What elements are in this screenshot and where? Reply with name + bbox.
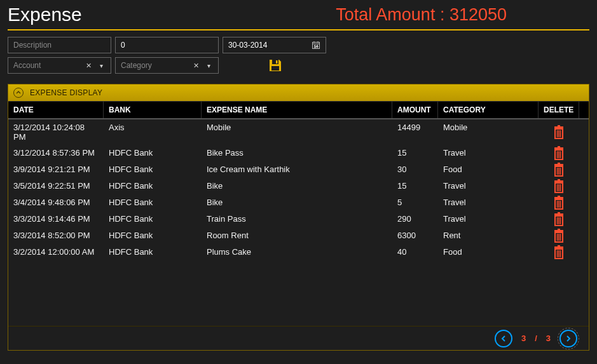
svg-rect-38 <box>554 213 563 215</box>
cell-category: Food <box>438 244 539 260</box>
total-amount-label: Total Amount : 312050 <box>336 5 507 25</box>
cell-category: Rent <box>438 227 539 244</box>
cell-amount: 14499 <box>392 119 438 145</box>
svg-rect-50 <box>554 246 563 248</box>
delete-button[interactable] <box>539 194 579 211</box>
cell-bank: Axis <box>104 119 202 145</box>
page-current: 3 <box>521 334 526 343</box>
delete-button[interactable] <box>539 119 579 145</box>
chevron-down-icon[interactable] <box>97 61 106 70</box>
cell-bank: HDFC Bank <box>104 244 202 260</box>
cell-bank: HDFC Bank <box>104 227 202 244</box>
delete-button[interactable] <box>539 178 579 194</box>
next-page-button[interactable] <box>559 330 577 347</box>
cell-bank: HDFC Bank <box>104 161 202 178</box>
header: Expense Total Amount : 312050 <box>0 0 597 25</box>
chevron-down-icon[interactable] <box>204 61 213 70</box>
col-date[interactable]: DATE <box>8 102 104 118</box>
delete-button[interactable] <box>539 161 579 178</box>
col-amount[interactable]: AMOUNT <box>392 102 438 118</box>
panel-title: EXPENSE DISPLAY <box>30 88 102 97</box>
clear-icon[interactable] <box>191 61 200 70</box>
filter-row-1: 14 <box>0 37 597 57</box>
cell-bank: HDFC Bank <box>104 178 202 194</box>
delete-button[interactable] <box>539 227 579 244</box>
save-button[interactable] <box>267 57 284 74</box>
category-input[interactable] <box>121 61 191 70</box>
cell-category: Travel <box>438 178 539 194</box>
svg-rect-33 <box>558 196 560 197</box>
cell-name: Mobile <box>202 119 392 145</box>
cell-category: Travel <box>438 194 539 211</box>
date-input-wrapper[interactable]: 14 <box>223 37 326 53</box>
cell-amount: 15 <box>392 178 438 194</box>
trash-icon <box>552 245 565 259</box>
cell-spacer <box>579 119 589 145</box>
table-row[interactable]: 3/12/2014 8:57:36 PMHDFC BankBike Pass15… <box>8 145 589 161</box>
table-row[interactable]: 3/9/2014 9:21:21 PMHDFC BankIce Cream wi… <box>8 161 589 178</box>
cell-date: 3/12/2014 8:57:36 PM <box>8 145 104 161</box>
svg-rect-26 <box>554 180 563 182</box>
table-row[interactable]: 3/5/2014 9:22:51 PMHDFC BankBike15Travel <box>8 178 589 194</box>
col-bank[interactable]: BANK <box>104 102 202 118</box>
cell-date: 3/4/2014 9:48:06 PM <box>8 194 104 211</box>
cell-spacer <box>579 161 589 178</box>
delete-button[interactable] <box>539 145 579 161</box>
header-divider <box>8 29 589 30</box>
category-combo[interactable] <box>115 57 219 74</box>
svg-rect-15 <box>558 146 560 147</box>
cell-date: 3/5/2014 9:22:51 PM <box>8 178 104 194</box>
trash-icon <box>552 179 565 193</box>
table-header: DATE BANK EXPENSE NAME AMOUNT CATEGORY D… <box>8 101 589 119</box>
collapse-icon[interactable] <box>13 88 24 98</box>
trash-icon <box>552 212 565 226</box>
cell-bank: HDFC Bank <box>104 145 202 161</box>
cell-name: Ice Cream with Karthik <box>202 161 392 178</box>
table-row[interactable]: 3/3/2014 8:52:00 PMHDFC BankRoom Rent630… <box>8 227 589 244</box>
table-row[interactable]: 3/3/2014 9:14:46 PMHDFC BankTrain Pass29… <box>8 211 589 227</box>
amount-input-wrapper[interactable] <box>115 37 219 53</box>
cell-spacer <box>579 211 589 227</box>
account-combo[interactable] <box>8 57 111 74</box>
cell-category: Travel <box>438 211 539 227</box>
description-input-wrapper[interactable] <box>8 37 111 53</box>
cell-name: Plums Cake <box>202 244 392 260</box>
date-input[interactable] <box>228 41 312 50</box>
trash-icon <box>552 196 565 210</box>
expense-panel: EXPENSE DISPLAY DATE BANK EXPENSE NAME A… <box>8 84 589 351</box>
col-category[interactable]: CATEGORY <box>438 102 539 118</box>
table-row[interactable]: 3/2/2014 12:00:00 AMHDFC BankPlums Cake4… <box>8 244 589 260</box>
clear-icon[interactable] <box>84 61 93 70</box>
amount-input[interactable] <box>121 41 213 50</box>
cell-name: Room Rent <box>202 227 392 244</box>
cell-amount: 30 <box>392 161 438 178</box>
cell-spacer <box>579 145 589 161</box>
calendar-icon[interactable]: 14 <box>312 41 320 50</box>
description-input[interactable] <box>13 41 106 50</box>
cell-amount: 6300 <box>392 227 438 244</box>
cell-name: Bike <box>202 178 392 194</box>
pager: 3 / 3 <box>8 326 589 350</box>
table-row[interactable]: 3/12/2014 10:24:08 PMAxisMobile14499Mobi… <box>8 119 589 145</box>
svg-rect-7 <box>271 66 279 71</box>
trash-icon <box>552 163 565 177</box>
prev-page-button[interactable] <box>495 330 512 347</box>
svg-rect-32 <box>554 197 563 199</box>
table-row[interactable]: 3/4/2014 9:48:06 PMHDFC BankBike5Travel <box>8 194 589 211</box>
svg-rect-44 <box>554 230 563 232</box>
account-input[interactable] <box>13 61 84 70</box>
svg-rect-39 <box>558 212 560 213</box>
trash-icon <box>552 229 565 243</box>
delete-button[interactable] <box>539 244 579 260</box>
trash-icon <box>552 146 565 160</box>
cell-amount: 40 <box>392 244 438 260</box>
panel-header[interactable]: EXPENSE DISPLAY <box>8 84 589 101</box>
cell-spacer <box>579 244 589 260</box>
col-name[interactable]: EXPENSE NAME <box>202 102 392 118</box>
svg-rect-20 <box>554 164 563 166</box>
cell-name: Train Pass <box>202 211 392 227</box>
cell-date: 3/3/2014 9:14:46 PM <box>8 211 104 227</box>
svg-rect-45 <box>558 229 560 230</box>
delete-button[interactable] <box>539 211 579 227</box>
col-delete[interactable]: DELETE <box>539 102 579 118</box>
